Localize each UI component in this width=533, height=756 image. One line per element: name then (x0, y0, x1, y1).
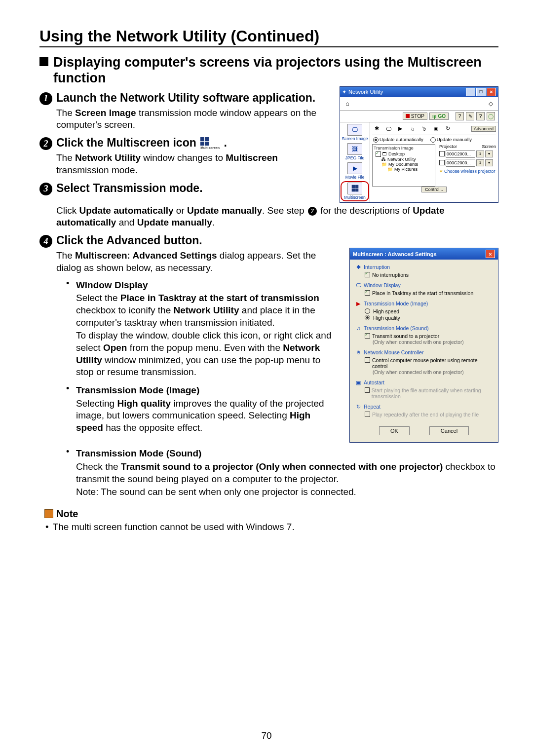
step-3-icon: 3 (39, 183, 52, 195)
step-4-intro: The Multiscreen: Advanced Settings dialo… (56, 250, 340, 274)
bullet-image-mode-title: Transmission Mode (Image) (76, 385, 199, 395)
info-button[interactable]: ◯ (487, 112, 495, 120)
movie-file-icon: ▶ (347, 162, 362, 174)
projector-2-field[interactable] (446, 159, 475, 167)
bullet-sound-mode-body2: Note: The sound can be sent when only on… (76, 486, 498, 498)
tool-icon-2[interactable]: 🖵 (384, 124, 393, 133)
projector-row-1[interactable]: 1▾ (439, 150, 496, 158)
transmit-sound-sub: (Only when connected with one projector) (365, 340, 493, 345)
sound-mode-header: Transmission Mode (Sound) (364, 325, 429, 331)
bullet-dot: • (45, 522, 49, 532)
advanced-settings-dialog: Multiscreen : Advanced Settings × ✱Inter… (349, 248, 498, 443)
screen-image-icon: 🖵 (347, 124, 362, 136)
maximize-button[interactable]: □ (476, 88, 486, 96)
app-small-icon: 🖧 (381, 157, 386, 162)
step-1-icon: 1 (39, 92, 52, 105)
tool-icon-3[interactable]: ▶ (396, 124, 405, 133)
ok-button[interactable]: OK (379, 426, 410, 435)
autostart-icon: ▣ (355, 379, 362, 386)
sidebar-item-screen-image[interactable]: 🖵 Screen Image (342, 123, 368, 142)
page-title: Using the Network Utility (Continued) (39, 27, 498, 47)
stop-icon (406, 114, 410, 118)
projector-row-2[interactable]: 1▾ (439, 159, 496, 167)
choose-wireless-link[interactable]: ✶ Choose wireless projector (439, 169, 496, 174)
sidebar-item-movie-file[interactable]: ▶ Movie File (342, 162, 368, 180)
sidebar-item-multiscreen[interactable]: Multiscreen (341, 181, 369, 201)
tool-icon-5[interactable]: 🖰 (419, 124, 428, 133)
home-icon[interactable]: ⌂ (343, 99, 352, 108)
transmit-sound-checkbox[interactable]: Transmit sound to a projector (365, 333, 493, 339)
help-button[interactable]: ? (456, 112, 464, 120)
mouse-control-checkbox[interactable]: Control computer mouse pointer using rem… (365, 357, 493, 369)
interruption-icon: ✱ (355, 264, 362, 270)
adv-close-button[interactable]: × (486, 250, 495, 258)
step-2-title: Click the Multiscreen icon Multiscreen . (56, 136, 227, 150)
projector-1-field[interactable] (446, 150, 475, 158)
step-2-body: The Network Utility window changes to Mu… (56, 152, 330, 176)
step-1-body: The Screen Image transmission mode windo… (56, 107, 330, 131)
bullet-dot: • (66, 447, 71, 499)
stop-button[interactable]: STOP (403, 113, 427, 120)
bullet-sound-mode-body1: Check the Transmit sound to a projector … (76, 461, 498, 485)
step-3-title: Select Transmission mode. (56, 182, 203, 195)
app-icon: ✦ (342, 89, 346, 95)
multiscreen-side-icon (347, 183, 362, 194)
screen-2-dropdown[interactable]: ▾ (485, 159, 493, 166)
screen-1-dropdown[interactable]: ▾ (485, 151, 493, 157)
tool-icon-7[interactable]: ↻ (443, 124, 452, 133)
page-number: 70 (0, 730, 533, 741)
transmission-image-header: Transmission Image (374, 146, 434, 151)
minimize-button[interactable]: _ (466, 88, 475, 96)
bullet-window-display-body1: Select the Place in Tasktray at the star… (76, 292, 340, 329)
autostart-checkbox[interactable]: Start playing the file automatically whe… (365, 387, 493, 399)
tool-icon-6[interactable]: ▣ (431, 124, 440, 133)
step-1-title: Launch the Network Utility software appl… (56, 91, 315, 105)
step-4-title: Click the Advanced button. (56, 234, 202, 248)
window-display-header: Window Display (364, 282, 401, 288)
image-mode-header: Transmission Mode (Image) (364, 301, 428, 306)
about-button[interactable]: ? (476, 112, 485, 120)
step-3-body: Click Update automatically or Update man… (56, 205, 498, 229)
nu-titlebar[interactable]: ✦ Network Utility _ □ × (340, 87, 498, 97)
update-manual-radio[interactable]: Update manually (430, 137, 472, 143)
tool-icon-1[interactable]: ✱ (372, 124, 381, 133)
adv-titlebar[interactable]: Multiscreen : Advanced Settings × (350, 248, 498, 260)
nu-title: Network Utility (348, 89, 383, 95)
mouse-header: Network Mouse Controller (364, 349, 423, 355)
bullet-window-display-title: Window Display (76, 280, 148, 290)
bullet-dot: • (66, 278, 71, 380)
screen-2-field[interactable]: 1 (476, 159, 484, 166)
screen-1-field[interactable]: 1 (476, 151, 484, 157)
repeat-header: Repeat (364, 404, 381, 410)
sidebar-item-jpeg-file[interactable]: 🖼 JPEG File (342, 143, 368, 161)
window-display-icon: 🖵 (355, 282, 362, 289)
folder-icon: 📁 (387, 167, 393, 172)
high-speed-radio[interactable]: High speed (365, 308, 493, 314)
mouse-control-sub: (Only when connected with one projector) (365, 370, 493, 375)
section-heading: Displaying computer's screens via projec… (53, 54, 498, 86)
screen-column-header: Screen (482, 144, 496, 149)
place-in-tasktray-checkbox[interactable]: Place in Tasktray at the start of transm… (365, 290, 493, 296)
repeat-checkbox[interactable]: Play repeatedly after the end of playing… (365, 412, 493, 417)
control-button[interactable]: Control... (421, 187, 447, 192)
no-interruptions-checkbox[interactable]: No interruptions (365, 272, 493, 278)
close-button[interactable]: × (487, 88, 496, 96)
advanced-button-mini[interactable]: Advanced (471, 126, 496, 132)
go-button[interactable]: ıןı GO (429, 113, 449, 120)
sound-mode-icon: ♫ (355, 325, 362, 332)
wireless-icon: ✶ (439, 169, 443, 174)
bullet-dot: • (66, 383, 71, 435)
settings-button[interactable]: ✎ (466, 112, 474, 120)
projector-column-header: Projector (439, 144, 479, 149)
folder-icon: 📁 (381, 162, 387, 167)
autostart-header: Autostart (364, 379, 384, 385)
transmission-image-tree[interactable]: Transmission Image 🗔Desktop 🖧Network Uti… (372, 144, 435, 187)
high-quality-radio[interactable]: High quality (365, 315, 493, 321)
cancel-button[interactable]: Cancel (429, 426, 469, 435)
projector-icon[interactable]: ◇ (486, 99, 495, 108)
tool-icon-4[interactable]: ♫ (408, 124, 417, 133)
jpeg-file-icon: 🖼 (347, 143, 362, 155)
note-icon (44, 509, 53, 518)
multiscreen-icon: Multiscreen (200, 137, 220, 151)
update-auto-radio[interactable]: Update automatically (373, 137, 423, 143)
